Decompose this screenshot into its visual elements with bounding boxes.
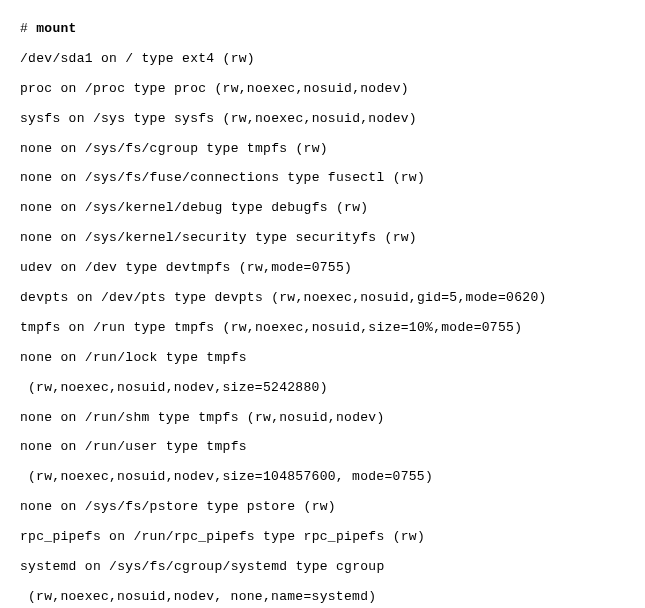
output-line: udev on /dev type devtmpfs (rw,mode=0755…	[20, 253, 625, 283]
output-line: tmpfs on /run type tmpfs (rw,noexec,nosu…	[20, 313, 625, 343]
command-output: /dev/sda1 on / type ext4 (rw)proc on /pr…	[20, 44, 625, 608]
output-line: none on /sys/kernel/security type securi…	[20, 223, 625, 253]
output-line: (rw,noexec,nosuid,nodev,size=5242880)	[20, 373, 625, 403]
output-line: devpts on /dev/pts type devpts (rw,noexe…	[20, 283, 625, 313]
output-line: none on /run/lock type tmpfs	[20, 343, 625, 373]
output-line: /dev/sda1 on / type ext4 (rw)	[20, 44, 625, 74]
prompt-symbol: #	[20, 21, 36, 36]
output-line: sysfs on /sys type sysfs (rw,noexec,nosu…	[20, 104, 625, 134]
output-line: none on /sys/fs/pstore type pstore (rw)	[20, 492, 625, 522]
output-line: (rw,noexec,nosuid,nodev, none,name=syste…	[20, 582, 625, 608]
output-line: none on /sys/fs/fuse/connections type fu…	[20, 163, 625, 193]
output-line: none on /sys/fs/cgroup type tmpfs (rw)	[20, 134, 625, 164]
output-line: (rw,noexec,nosuid,nodev,size=104857600, …	[20, 462, 625, 492]
output-line: none on /run/shm type tmpfs (rw,nosuid,n…	[20, 403, 625, 433]
output-line: systemd on /sys/fs/cgroup/systemd type c…	[20, 552, 625, 582]
output-line: none on /sys/kernel/debug type debugfs (…	[20, 193, 625, 223]
output-line: none on /run/user type tmpfs	[20, 432, 625, 462]
output-line: proc on /proc type proc (rw,noexec,nosui…	[20, 74, 625, 104]
shell-prompt: # mount	[20, 14, 625, 44]
command-text: mount	[36, 21, 77, 36]
output-line: rpc_pipefs on /run/rpc_pipefs type rpc_p…	[20, 522, 625, 552]
